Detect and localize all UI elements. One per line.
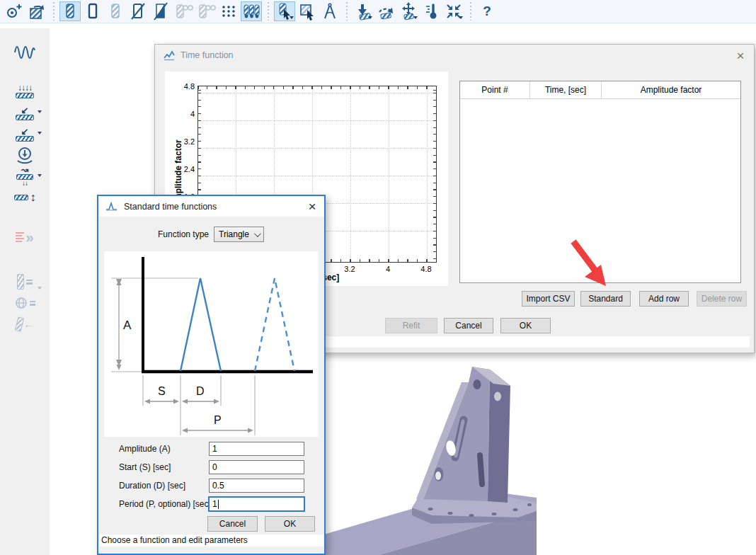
add-row-button[interactable]: Add row: [639, 291, 689, 307]
fit-arrows-icon[interactable]: [443, 1, 464, 21]
bolt-light-icon[interactable]: [105, 1, 126, 21]
spider-icon[interactable]: [9, 292, 40, 314]
duration-field[interactable]: [209, 479, 304, 493]
period-field[interactable]: 1: [208, 496, 305, 512]
function-type-select[interactable]: Triangle: [214, 227, 264, 242]
dropdown-caret-icon: [38, 287, 42, 290]
multi-bolt-icon[interactable]: [241, 1, 262, 21]
load-icon[interactable]: [353, 1, 374, 21]
surface-load-icon[interactable]: ↙: [9, 102, 40, 123]
bolt-review-alt-icon: [196, 2, 216, 21]
chevron-down-icon: [254, 230, 261, 237]
application-window: ? ↓↓↓↓ ↙ ↙: [0, 0, 756, 555]
gridline: [427, 86, 428, 262]
displacement-updown-icon[interactable]: ↕: [9, 187, 40, 208]
label-A: A: [123, 319, 132, 332]
std-cancel-button[interactable]: Cancel: [207, 516, 258, 532]
ok-button[interactable]: OK: [500, 318, 551, 333]
delete-row-button[interactable]: Delete row: [697, 291, 747, 307]
edit-load-icon[interactable]: ↙: [9, 123, 40, 144]
spider-icon: [15, 297, 35, 309]
column-header-time[interactable]: Time, [sec]: [529, 81, 601, 98]
bolt-show-icon[interactable]: [59, 1, 81, 21]
standard-dialog-status: Choose a function and edit parameters: [99, 534, 323, 547]
peak-function-icon: [105, 202, 118, 211]
gridline: [389, 86, 389, 262]
help-icon: ?: [483, 4, 491, 19]
pick-bolt-icon[interactable]: [274, 1, 295, 21]
measure-compass-icon: [321, 2, 339, 21]
time-function-titlebar[interactable]: Time function ×: [155, 45, 754, 66]
bolt-section-icon[interactable]: [150, 1, 171, 21]
dim-arrowhead: [117, 365, 122, 370]
temperature-icon[interactable]: [420, 1, 442, 21]
bolt-list-icon: [17, 274, 33, 290]
bolt-outline-icon: [84, 2, 102, 21]
toolbar-separator: [51, 2, 56, 21]
import-csv-button[interactable]: Import CSV: [522, 291, 575, 307]
period-label: Period (P, optional) [sec]: [119, 497, 211, 511]
dropdown-caret-icon: [38, 110, 42, 113]
edit-load-icon: ↙: [16, 127, 34, 142]
section-rotate-icon[interactable]: [26, 1, 47, 21]
refit-button[interactable]: Refit: [385, 318, 437, 333]
moment-icon[interactable]: [375, 1, 396, 21]
3d-model-bracket[interactable]: [311, 353, 756, 555]
bolt-section-icon: [151, 2, 170, 21]
bolt-show-icon: [61, 2, 79, 21]
multi-bolt-icon: [242, 2, 260, 21]
label-S: S: [158, 385, 166, 397]
dropdown-caret-icon: [290, 16, 294, 19]
remote-load-icon[interactable]: ↝ ↓↓: [9, 166, 40, 187]
bolt-outline-icon[interactable]: [82, 1, 103, 21]
start-field[interactable]: [209, 460, 304, 474]
dropdown-caret-icon: [368, 16, 372, 19]
harmonic-wave-icon: [13, 42, 37, 62]
period-value: 1: [212, 499, 217, 509]
axis-ticks: [433, 86, 436, 262]
lug-hole: [474, 379, 481, 389]
left-sidebar: ↓↓↓↓ ↙ ↙ ↝ ↓↓: [0, 28, 50, 555]
std-ok-button[interactable]: OK: [265, 516, 315, 532]
distributed-load-icon[interactable]: ↓↓↓↓: [9, 80, 40, 101]
annotation-arrow: [563, 238, 614, 292]
lower-hole-inner: [435, 471, 441, 480]
gridline: [198, 93, 436, 93]
sequence-icon[interactable]: »: [9, 227, 40, 248]
displacement-icon[interactable]: [398, 1, 419, 21]
top-toolbar: ?: [0, 0, 756, 23]
grid-icon[interactable]: [218, 1, 239, 21]
dropdown-caret-icon: [38, 132, 42, 135]
start-label: Start (S) [sec]: [119, 460, 211, 474]
view-new-icon: [5, 2, 23, 21]
column-header-point[interactable]: Point #: [460, 81, 529, 98]
bearing-load-icon[interactable]: [9, 144, 40, 166]
bolt-review-icon[interactable]: [173, 1, 194, 21]
dialog-title: Standard time functions: [124, 202, 217, 212]
harmonic-wave-icon[interactable]: [9, 42, 40, 63]
amplitude-field[interactable]: [209, 442, 304, 456]
amplitude-label: Amplitude (A): [119, 442, 211, 456]
function-type-label: Function type: [113, 227, 209, 242]
bolt-review-alt-icon[interactable]: [195, 1, 217, 21]
bolt-exclude-icon[interactable]: [127, 1, 149, 21]
bolt-swap-icon: ←: [16, 317, 34, 331]
standard-button[interactable]: Standard: [580, 291, 631, 307]
view-new-icon[interactable]: [4, 1, 25, 21]
list-lines: [30, 299, 35, 307]
bolt-swap-icon[interactable]: ←: [9, 314, 40, 335]
label-P: P: [214, 414, 222, 426]
bolt-list-icon[interactable]: [9, 271, 40, 292]
cancel-button[interactable]: Cancel: [444, 318, 493, 333]
close-icon[interactable]: ×: [733, 47, 748, 63]
measure-compass-icon[interactable]: [319, 1, 340, 21]
sequence-icon: »: [16, 230, 33, 244]
close-icon[interactable]: ×: [304, 198, 320, 214]
function-diagram: A: [104, 251, 319, 437]
pick-area-icon[interactable]: [297, 1, 318, 21]
column-header-amplitude[interactable]: Amplitude factor: [601, 81, 740, 98]
standard-dialog-titlebar[interactable]: Standard time functions ×: [98, 196, 324, 217]
displacement-updown-icon: ↕: [14, 192, 36, 203]
toolbar-separator: [344, 2, 349, 21]
help-icon[interactable]: ?: [476, 1, 498, 21]
